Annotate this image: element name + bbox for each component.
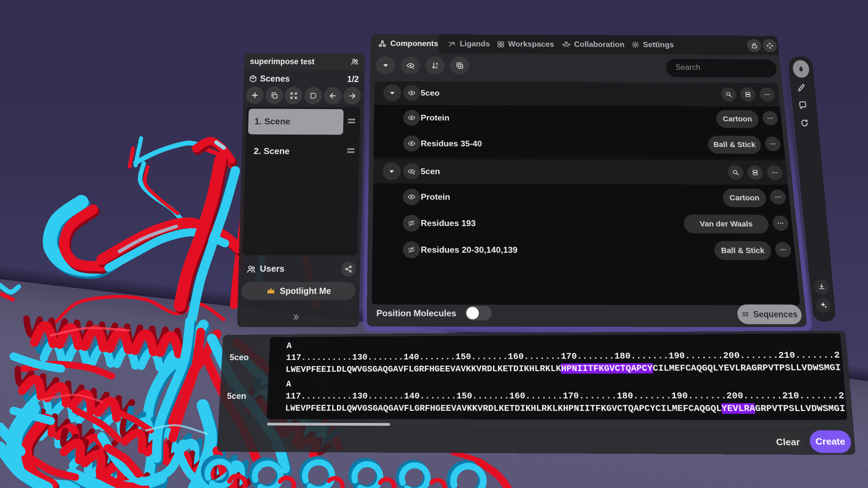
svg-text:A: A <box>435 62 438 65</box>
svg-text:Z: Z <box>435 65 437 69</box>
